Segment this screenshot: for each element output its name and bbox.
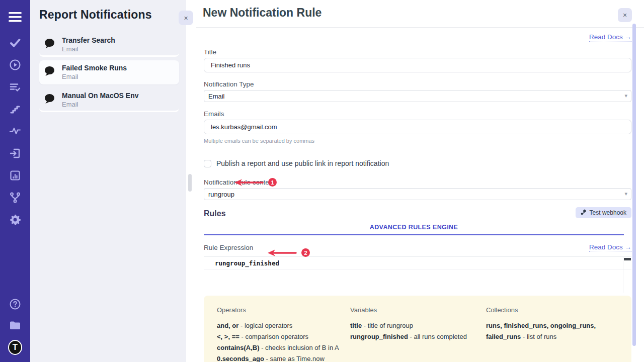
read-docs-link-top[interactable]: Read Docs → <box>589 33 631 42</box>
help-column-title: Collections <box>486 306 619 314</box>
check-icon[interactable] <box>8 36 22 49</box>
page-title: New Notification Rule <box>196 0 644 20</box>
close-icon: × <box>184 14 188 22</box>
emails-helper-text: Multiple emails can be separated by comm… <box>204 138 631 144</box>
rules-heading: Rules <box>204 209 226 218</box>
help-entry: 0.seconds_ago - same as Time.now <box>217 353 345 362</box>
new-notification-rule-drawer: New Notification Rule × Read Docs → Titl… <box>186 0 644 362</box>
panel-resize-handle[interactable] <box>188 174 192 192</box>
list-item-failed-smoke-runs[interactable]: Failed Smoke Runs Email <box>39 60 179 84</box>
editor-scrollbar-thumb[interactable] <box>624 258 631 260</box>
help-column-variables: Variables title - title of rungroup rung… <box>350 306 481 362</box>
notification-type-label: Notification Type <box>204 80 631 88</box>
list-item-transfer-search[interactable]: Transfer Search Email <box>39 33 179 57</box>
panel-title: Report Notifications <box>39 8 179 22</box>
context-value: rungroup <box>208 191 234 198</box>
rule-expression-code: rungroup_finished <box>215 259 279 267</box>
read-docs-link-rules[interactable]: Read Docs → <box>589 243 631 252</box>
speech-bubble-icon <box>43 38 55 51</box>
editor-active-line[interactable]: rungroup_finished <box>204 257 631 269</box>
play-circle-icon[interactable] <box>8 58 22 71</box>
rule-expression-editor[interactable]: rungroup_finished <box>204 256 631 293</box>
title-label: Title <box>204 48 631 56</box>
drawer-header: New Notification Rule × <box>196 0 644 28</box>
help-entry: rungroup_finished - all runs completed <box>350 331 481 342</box>
context-label: Notification rule context <box>204 178 631 186</box>
context-select[interactable]: rungroup ▾ <box>204 188 631 200</box>
tab-advanced-rules-engine[interactable]: ADVANCED RULES ENGINE <box>370 222 458 231</box>
report-notifications-panel: Report Notifications Transfer Search Ema… <box>30 0 186 362</box>
notification-type: Email <box>62 101 138 108</box>
rule-expression-label: Rule Expression <box>204 244 253 251</box>
notification-type-select[interactable]: Email ▾ <box>204 90 631 102</box>
rules-tab-bar: ADVANCED RULES ENGINE <box>204 222 624 235</box>
speech-bubble-icon <box>43 65 55 79</box>
editor-scrollbar[interactable] <box>623 257 631 293</box>
help-circle-icon[interactable] <box>8 298 22 310</box>
notification-title: Transfer Search <box>62 36 115 44</box>
publish-report-label: Publish a report and use public link in … <box>216 159 389 167</box>
help-column-title: Operators <box>217 306 345 314</box>
webhook-icon <box>581 209 587 217</box>
notification-type: Email <box>62 45 115 53</box>
help-column-title: Variables <box>350 306 481 314</box>
form-content: Read Docs → Title Notification Type Emai… <box>186 32 644 362</box>
test-webhook-label: Test webhook <box>590 209 626 216</box>
help-entry: and, or - logical operators <box>217 320 345 331</box>
gear-icon[interactable] <box>8 213 22 226</box>
chevron-down-icon: ▾ <box>624 93 627 99</box>
publish-report-checkbox[interactable] <box>204 160 211 167</box>
steps-icon[interactable] <box>8 103 22 115</box>
folder-icon[interactable] <box>8 319 22 331</box>
close-icon: × <box>623 11 627 19</box>
notification-title: Manual On MacOS Env <box>62 92 138 100</box>
test-webhook-button[interactable]: Test webhook <box>576 207 631 218</box>
app-logo[interactable]: T <box>8 340 22 355</box>
panel-close-button[interactable]: × <box>179 11 193 25</box>
title-input[interactable] <box>204 58 631 72</box>
list-check-icon[interactable] <box>8 80 22 93</box>
notification-type-value: Email <box>208 93 225 100</box>
pulse-icon[interactable] <box>8 125 22 137</box>
help-column-collections: Collections runs, finished_runs, ongoing… <box>486 306 619 362</box>
app-sidebar: T <box>0 0 30 362</box>
drawer-close-button[interactable]: × <box>618 8 632 22</box>
chevron-down-icon: ▾ <box>624 191 627 197</box>
notification-type: Email <box>62 73 127 80</box>
help-entry: <, >, == - comparison operators <box>217 331 345 342</box>
notification-title: Failed Smoke Runs <box>62 64 127 72</box>
list-item-manual-on-macos-env[interactable]: Manual On MacOS Env Email <box>39 88 179 112</box>
bar-chart-icon[interactable] <box>8 169 22 182</box>
main-scrollbar-thumb[interactable] <box>632 24 636 346</box>
notification-list: Transfer Search Email Failed Smoke Runs … <box>39 33 179 112</box>
hamburger-menu-icon[interactable] <box>8 10 22 24</box>
emails-input[interactable] <box>204 120 631 134</box>
help-entry: title - title of rungroup <box>350 320 481 331</box>
speech-bubble-icon <box>43 93 55 107</box>
expression-help-box: Operators and, or - logical operators <,… <box>204 296 631 362</box>
logo-letter: T <box>13 342 18 352</box>
help-entry: runs, finished_runs, ongoing_runs, faile… <box>486 320 619 342</box>
branch-icon[interactable] <box>8 191 22 204</box>
help-column-operators: Operators and, or - logical operators <,… <box>217 306 345 362</box>
sign-in-icon[interactable] <box>8 147 22 159</box>
emails-label: Emails <box>204 110 631 118</box>
help-entry: contains(A,B) - checks inclusion of B in… <box>217 342 345 353</box>
